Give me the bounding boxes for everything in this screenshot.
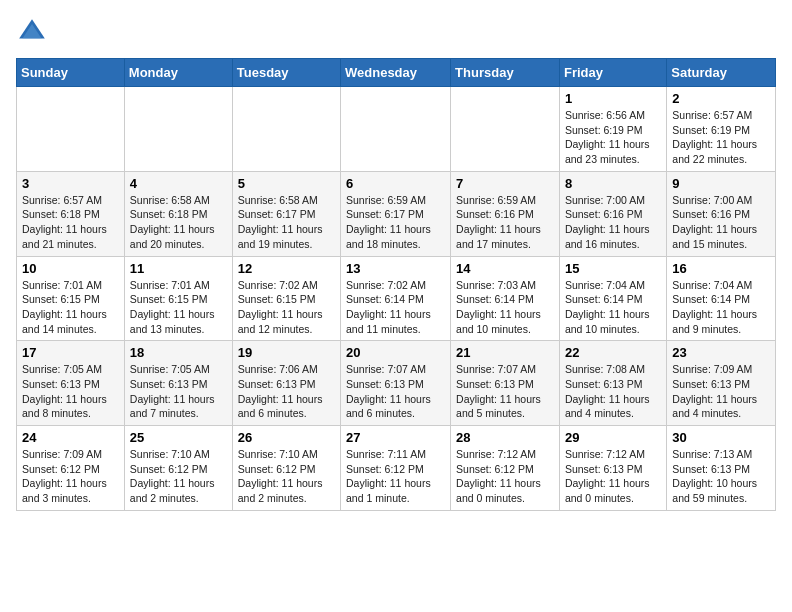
calendar-cell: 14Sunrise: 7:03 AM Sunset: 6:14 PM Dayli…	[451, 256, 560, 341]
day-number: 28	[456, 430, 554, 445]
calendar-cell: 2Sunrise: 6:57 AM Sunset: 6:19 PM Daylig…	[667, 87, 776, 172]
calendar-cell: 17Sunrise: 7:05 AM Sunset: 6:13 PM Dayli…	[17, 341, 125, 426]
day-number: 7	[456, 176, 554, 191]
day-info: Sunrise: 7:00 AM Sunset: 6:16 PM Dayligh…	[672, 193, 770, 252]
calendar-cell: 26Sunrise: 7:10 AM Sunset: 6:12 PM Dayli…	[232, 426, 340, 511]
day-number: 4	[130, 176, 227, 191]
calendar-cell	[341, 87, 451, 172]
calendar-cell: 6Sunrise: 6:59 AM Sunset: 6:17 PM Daylig…	[341, 171, 451, 256]
day-info: Sunrise: 7:07 AM Sunset: 6:13 PM Dayligh…	[346, 362, 445, 421]
day-info: Sunrise: 7:10 AM Sunset: 6:12 PM Dayligh…	[238, 447, 335, 506]
day-info: Sunrise: 6:58 AM Sunset: 6:18 PM Dayligh…	[130, 193, 227, 252]
days-header-row: SundayMondayTuesdayWednesdayThursdayFrid…	[17, 59, 776, 87]
day-number: 25	[130, 430, 227, 445]
calendar-cell: 9Sunrise: 7:00 AM Sunset: 6:16 PM Daylig…	[667, 171, 776, 256]
calendar-cell	[124, 87, 232, 172]
logo	[16, 16, 52, 48]
day-number: 27	[346, 430, 445, 445]
day-number: 11	[130, 261, 227, 276]
day-number: 18	[130, 345, 227, 360]
day-number: 19	[238, 345, 335, 360]
day-info: Sunrise: 7:00 AM Sunset: 6:16 PM Dayligh…	[565, 193, 661, 252]
calendar-cell: 12Sunrise: 7:02 AM Sunset: 6:15 PM Dayli…	[232, 256, 340, 341]
day-info: Sunrise: 7:01 AM Sunset: 6:15 PM Dayligh…	[22, 278, 119, 337]
day-number: 24	[22, 430, 119, 445]
calendar-cell: 16Sunrise: 7:04 AM Sunset: 6:14 PM Dayli…	[667, 256, 776, 341]
calendar-cell: 29Sunrise: 7:12 AM Sunset: 6:13 PM Dayli…	[559, 426, 666, 511]
day-number: 17	[22, 345, 119, 360]
calendar-cell: 1Sunrise: 6:56 AM Sunset: 6:19 PM Daylig…	[559, 87, 666, 172]
day-info: Sunrise: 7:06 AM Sunset: 6:13 PM Dayligh…	[238, 362, 335, 421]
day-info: Sunrise: 6:58 AM Sunset: 6:17 PM Dayligh…	[238, 193, 335, 252]
day-number: 21	[456, 345, 554, 360]
calendar-cell: 13Sunrise: 7:02 AM Sunset: 6:14 PM Dayli…	[341, 256, 451, 341]
day-number: 26	[238, 430, 335, 445]
day-number: 14	[456, 261, 554, 276]
calendar-cell: 15Sunrise: 7:04 AM Sunset: 6:14 PM Dayli…	[559, 256, 666, 341]
calendar-cell	[451, 87, 560, 172]
calendar-cell: 20Sunrise: 7:07 AM Sunset: 6:13 PM Dayli…	[341, 341, 451, 426]
header-friday: Friday	[559, 59, 666, 87]
day-info: Sunrise: 7:10 AM Sunset: 6:12 PM Dayligh…	[130, 447, 227, 506]
calendar-cell: 4Sunrise: 6:58 AM Sunset: 6:18 PM Daylig…	[124, 171, 232, 256]
day-number: 9	[672, 176, 770, 191]
day-info: Sunrise: 6:56 AM Sunset: 6:19 PM Dayligh…	[565, 108, 661, 167]
day-info: Sunrise: 7:03 AM Sunset: 6:14 PM Dayligh…	[456, 278, 554, 337]
week-row-4: 24Sunrise: 7:09 AM Sunset: 6:12 PM Dayli…	[17, 426, 776, 511]
day-number: 2	[672, 91, 770, 106]
day-info: Sunrise: 7:02 AM Sunset: 6:15 PM Dayligh…	[238, 278, 335, 337]
week-row-1: 3Sunrise: 6:57 AM Sunset: 6:18 PM Daylig…	[17, 171, 776, 256]
calendar-cell	[232, 87, 340, 172]
day-number: 3	[22, 176, 119, 191]
header	[16, 16, 776, 48]
day-number: 8	[565, 176, 661, 191]
week-row-0: 1Sunrise: 6:56 AM Sunset: 6:19 PM Daylig…	[17, 87, 776, 172]
calendar-table: SundayMondayTuesdayWednesdayThursdayFrid…	[16, 58, 776, 511]
header-wednesday: Wednesday	[341, 59, 451, 87]
day-number: 15	[565, 261, 661, 276]
week-row-2: 10Sunrise: 7:01 AM Sunset: 6:15 PM Dayli…	[17, 256, 776, 341]
day-info: Sunrise: 6:59 AM Sunset: 6:17 PM Dayligh…	[346, 193, 445, 252]
calendar-cell: 28Sunrise: 7:12 AM Sunset: 6:12 PM Dayli…	[451, 426, 560, 511]
calendar-cell: 5Sunrise: 6:58 AM Sunset: 6:17 PM Daylig…	[232, 171, 340, 256]
day-info: Sunrise: 7:05 AM Sunset: 6:13 PM Dayligh…	[22, 362, 119, 421]
calendar-cell: 8Sunrise: 7:00 AM Sunset: 6:16 PM Daylig…	[559, 171, 666, 256]
day-info: Sunrise: 7:02 AM Sunset: 6:14 PM Dayligh…	[346, 278, 445, 337]
day-number: 1	[565, 91, 661, 106]
day-number: 13	[346, 261, 445, 276]
calendar-cell: 3Sunrise: 6:57 AM Sunset: 6:18 PM Daylig…	[17, 171, 125, 256]
day-info: Sunrise: 7:12 AM Sunset: 6:12 PM Dayligh…	[456, 447, 554, 506]
calendar-cell: 19Sunrise: 7:06 AM Sunset: 6:13 PM Dayli…	[232, 341, 340, 426]
calendar-cell: 11Sunrise: 7:01 AM Sunset: 6:15 PM Dayli…	[124, 256, 232, 341]
day-info: Sunrise: 7:09 AM Sunset: 6:12 PM Dayligh…	[22, 447, 119, 506]
day-info: Sunrise: 7:09 AM Sunset: 6:13 PM Dayligh…	[672, 362, 770, 421]
day-info: Sunrise: 6:57 AM Sunset: 6:19 PM Dayligh…	[672, 108, 770, 167]
day-info: Sunrise: 7:12 AM Sunset: 6:13 PM Dayligh…	[565, 447, 661, 506]
day-number: 10	[22, 261, 119, 276]
day-number: 23	[672, 345, 770, 360]
calendar-cell: 25Sunrise: 7:10 AM Sunset: 6:12 PM Dayli…	[124, 426, 232, 511]
calendar-cell: 22Sunrise: 7:08 AM Sunset: 6:13 PM Dayli…	[559, 341, 666, 426]
header-monday: Monday	[124, 59, 232, 87]
header-tuesday: Tuesday	[232, 59, 340, 87]
day-info: Sunrise: 7:07 AM Sunset: 6:13 PM Dayligh…	[456, 362, 554, 421]
calendar-cell: 30Sunrise: 7:13 AM Sunset: 6:13 PM Dayli…	[667, 426, 776, 511]
day-number: 20	[346, 345, 445, 360]
day-info: Sunrise: 7:04 AM Sunset: 6:14 PM Dayligh…	[565, 278, 661, 337]
calendar-cell: 23Sunrise: 7:09 AM Sunset: 6:13 PM Dayli…	[667, 341, 776, 426]
logo-icon	[16, 16, 48, 48]
week-row-3: 17Sunrise: 7:05 AM Sunset: 6:13 PM Dayli…	[17, 341, 776, 426]
day-number: 12	[238, 261, 335, 276]
header-sunday: Sunday	[17, 59, 125, 87]
calendar-cell: 27Sunrise: 7:11 AM Sunset: 6:12 PM Dayli…	[341, 426, 451, 511]
calendar-cell: 18Sunrise: 7:05 AM Sunset: 6:13 PM Dayli…	[124, 341, 232, 426]
calendar-cell: 21Sunrise: 7:07 AM Sunset: 6:13 PM Dayli…	[451, 341, 560, 426]
day-info: Sunrise: 7:04 AM Sunset: 6:14 PM Dayligh…	[672, 278, 770, 337]
day-info: Sunrise: 6:59 AM Sunset: 6:16 PM Dayligh…	[456, 193, 554, 252]
calendar-cell: 24Sunrise: 7:09 AM Sunset: 6:12 PM Dayli…	[17, 426, 125, 511]
day-number: 5	[238, 176, 335, 191]
day-number: 22	[565, 345, 661, 360]
calendar-cell	[17, 87, 125, 172]
calendar-cell: 10Sunrise: 7:01 AM Sunset: 6:15 PM Dayli…	[17, 256, 125, 341]
day-number: 6	[346, 176, 445, 191]
